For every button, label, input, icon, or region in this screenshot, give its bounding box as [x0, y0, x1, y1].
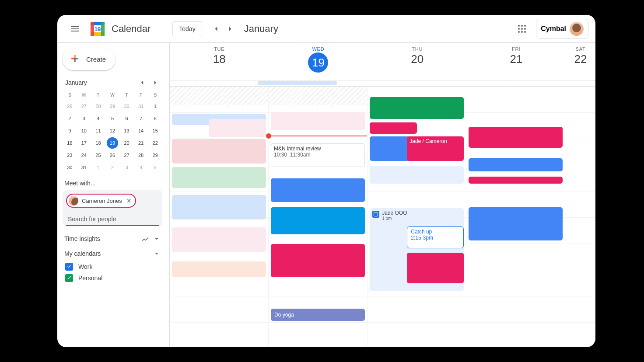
- day-column-fri[interactable]: [466, 87, 565, 347]
- day-column-wed[interactable]: M&N internal review 10:30–11:30am Do yog…: [269, 87, 368, 347]
- mini-prev-button[interactable]: [137, 77, 147, 88]
- checkbox-work[interactable]: [65, 263, 73, 271]
- event-block[interactable]: [370, 166, 464, 184]
- mini-day[interactable]: 19: [107, 137, 118, 149]
- mini-day[interactable]: 4: [92, 113, 104, 124]
- day-header[interactable]: THU20: [368, 43, 467, 80]
- event-block[interactable]: [469, 158, 563, 171]
- mini-day[interactable]: 5: [107, 113, 118, 124]
- mini-day[interactable]: 31: [135, 101, 147, 112]
- day-header[interactable]: SAT22: [566, 43, 595, 80]
- event-block[interactable]: [271, 207, 365, 234]
- mini-day[interactable]: 12: [107, 125, 118, 136]
- people-search-input[interactable]: [66, 211, 159, 226]
- my-calendars-toggle[interactable]: My calendars: [63, 246, 162, 261]
- day-header[interactable]: TUE18: [170, 43, 269, 80]
- mini-day[interactable]: 24: [78, 150, 90, 161]
- mini-day[interactable]: 21: [135, 137, 147, 149]
- event-block[interactable]: [172, 261, 266, 277]
- mini-day[interactable]: 1: [92, 162, 104, 173]
- mini-day[interactable]: 18: [92, 137, 104, 149]
- event-block[interactable]: [370, 122, 417, 134]
- mini-day[interactable]: 30: [64, 162, 75, 173]
- mini-day[interactable]: 30: [121, 101, 133, 112]
- mini-day[interactable]: 26: [107, 150, 118, 161]
- mini-day[interactable]: 16: [64, 137, 75, 149]
- day-number[interactable]: 22: [566, 52, 595, 66]
- mini-day[interactable]: 27: [78, 101, 90, 112]
- calendar-item-work[interactable]: Work: [63, 261, 162, 272]
- event-do-yoga[interactable]: Do yoga: [271, 309, 365, 321]
- event-block[interactable]: [469, 177, 563, 184]
- event-catch-up[interactable]: Catch up 2:15-3pm: [407, 226, 464, 248]
- event-block[interactable]: [209, 119, 266, 137]
- day-header[interactable]: FRI21: [467, 43, 566, 80]
- person-chip[interactable]: Cameron Jones ✕: [66, 194, 136, 208]
- event-block[interactable]: [469, 127, 563, 148]
- google-apps-button[interactable]: [513, 20, 531, 38]
- mini-day[interactable]: 11: [92, 125, 104, 136]
- mini-day[interactable]: 26: [64, 101, 75, 112]
- today-button[interactable]: Today: [172, 21, 202, 36]
- event-block[interactable]: [271, 244, 365, 277]
- event-block[interactable]: [172, 139, 266, 164]
- mini-day[interactable]: 20: [121, 137, 133, 149]
- mini-day[interactable]: 7: [135, 113, 147, 124]
- svg-rect-3: [91, 22, 94, 36]
- mini-day[interactable]: 1: [150, 101, 161, 112]
- create-button[interactable]: Create: [63, 48, 116, 70]
- day-number[interactable]: 20: [368, 52, 467, 66]
- mini-day[interactable]: 17: [78, 137, 90, 149]
- mini-day[interactable]: 29: [107, 101, 118, 112]
- mini-day[interactable]: 28: [135, 150, 147, 161]
- mini-day[interactable]: 5: [150, 162, 161, 173]
- allday-event[interactable]: [258, 81, 337, 85]
- mini-day[interactable]: 29: [150, 150, 161, 161]
- mini-day[interactable]: 14: [135, 125, 147, 136]
- mini-next-button[interactable]: [150, 77, 161, 88]
- time-insights-toggle[interactable]: Time insights: [63, 231, 162, 246]
- mini-day[interactable]: 13: [121, 125, 133, 136]
- event-mn-review[interactable]: M&N internal review 10:30–11:30am: [271, 143, 365, 167]
- mini-day[interactable]: 31: [78, 162, 90, 173]
- event-block[interactable]: [469, 207, 563, 240]
- day-column-sat[interactable]: [565, 87, 595, 347]
- remove-chip-button[interactable]: ✕: [126, 197, 132, 204]
- mini-day[interactable]: 2: [64, 113, 75, 124]
- mini-day[interactable]: 28: [92, 101, 104, 112]
- calendar-item-personal[interactable]: Personal: [63, 272, 162, 284]
- mini-day[interactable]: 25: [92, 150, 104, 161]
- prev-period-button[interactable]: [209, 22, 223, 36]
- event-block[interactable]: [172, 167, 266, 188]
- main-menu-button[interactable]: [64, 18, 85, 39]
- event-block[interactable]: [172, 195, 266, 219]
- next-period-button[interactable]: [223, 22, 237, 36]
- event-block[interactable]: [271, 112, 365, 130]
- event-block[interactable]: [172, 227, 266, 252]
- mini-day[interactable]: 22: [150, 137, 161, 149]
- mini-day[interactable]: 3: [121, 162, 133, 173]
- mini-day[interactable]: 2: [107, 162, 118, 173]
- mini-day[interactable]: 4: [135, 162, 147, 173]
- account-switcher[interactable]: Cymbal: [536, 19, 588, 39]
- event-block[interactable]: [407, 253, 464, 283]
- event-jade-cameron[interactable]: Jade / Cameron: [407, 136, 464, 161]
- day-header[interactable]: WED19: [269, 43, 368, 80]
- mini-day[interactable]: 8: [150, 113, 161, 124]
- event-block[interactable]: [370, 97, 464, 119]
- mini-day[interactable]: 9: [64, 125, 75, 136]
- mini-day[interactable]: 23: [64, 150, 75, 161]
- mini-day[interactable]: 27: [121, 150, 133, 161]
- time-grid[interactable]: M&N internal review 10:30–11:30am Do yog…: [170, 87, 595, 347]
- day-number[interactable]: 21: [467, 52, 566, 66]
- checkbox-personal[interactable]: [65, 274, 73, 282]
- day-column-thu[interactable]: Jade / Cameron Jade OOO 1 pm Catch up 2:…: [368, 87, 466, 347]
- day-number[interactable]: 18: [170, 52, 269, 66]
- mini-day[interactable]: 10: [78, 125, 90, 136]
- mini-day[interactable]: 6: [121, 113, 133, 124]
- day-column-tue[interactable]: [170, 87, 269, 347]
- day-number[interactable]: 19: [308, 52, 328, 73]
- event-block[interactable]: [271, 178, 365, 202]
- mini-day[interactable]: 3: [78, 113, 90, 124]
- mini-day[interactable]: 15: [150, 125, 161, 136]
